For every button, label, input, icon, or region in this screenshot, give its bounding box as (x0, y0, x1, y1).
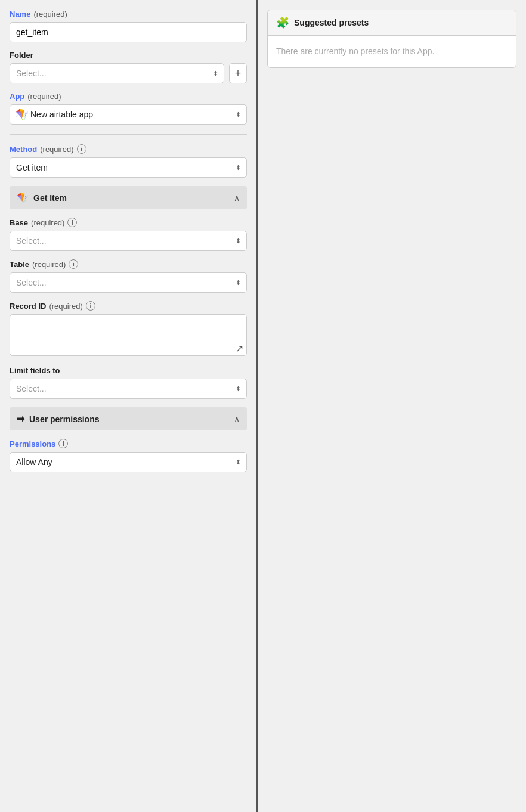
permissions-field-group: Permissions i Allow Any ⬍ (10, 439, 247, 472)
table-label-text: Table (10, 260, 29, 269)
name-required-text: (required) (33, 10, 67, 18)
table-select-wrapper: Select... ⬍ (10, 272, 247, 293)
permissions-info-icon: i (58, 439, 68, 448)
table-label: Table (required) i (10, 259, 247, 269)
folder-row: Select... ⬍ + (10, 63, 247, 83)
record-id-label: Record ID (required) i (10, 301, 247, 311)
presets-title: Suggested presets (294, 18, 369, 27)
name-input[interactable] (10, 22, 247, 42)
table-select[interactable]: Select... (10, 272, 247, 293)
app-label-text: App (10, 92, 24, 101)
user-permissions-section-left: ➡ User permissions (17, 413, 100, 424)
presets-empty-text: There are currently no presets for this … (276, 47, 434, 56)
divider-1 (10, 134, 247, 135)
table-field-group: Table (required) i Select... ⬍ (10, 259, 247, 293)
get-item-section-header[interactable]: 🪁 Get Item ∧ (10, 186, 247, 209)
base-info-icon: i (67, 218, 77, 227)
base-select[interactable]: Select... (10, 231, 247, 251)
record-id-required-text: (required) (49, 302, 82, 311)
user-permissions-chevron-icon: ∧ (234, 414, 240, 424)
user-permissions-section-header[interactable]: ➡ User permissions ∧ (10, 407, 247, 430)
expand-icon[interactable]: ↗ (236, 343, 243, 354)
record-id-info-icon: i (86, 301, 95, 311)
base-field-group: Base (required) i Select... ⬍ (10, 218, 247, 251)
presets-body: There are currently no presets for this … (268, 36, 516, 67)
app-select-wrapper: 🪁 New airtable app ⬍ (10, 104, 247, 125)
permissions-label: Permissions i (10, 439, 247, 448)
folder-label: Folder (10, 51, 247, 60)
app-label: App (required) (10, 92, 247, 101)
name-label-text: Name (10, 10, 30, 18)
base-required-text: (required) (31, 218, 64, 227)
puzzle-icon: 🧩 (276, 16, 289, 29)
record-id-textarea-wrapper: ↗ (10, 314, 247, 358)
record-id-label-text: Record ID (10, 302, 46, 311)
folder-select[interactable]: Select... (10, 63, 224, 83)
permissions-label-text: Permissions (10, 439, 55, 448)
method-required-text: (required) (40, 145, 73, 154)
get-item-section-left: 🪁 Get Item (17, 192, 67, 203)
record-id-textarea[interactable] (10, 314, 247, 356)
app-select[interactable]: New airtable app (10, 104, 247, 125)
presets-panel: 🧩 Suggested presets There are currently … (267, 10, 516, 68)
name-label: Name (required) (10, 10, 247, 18)
method-label: Method (required) i (10, 144, 247, 154)
get-item-section-title: Get Item (33, 193, 67, 203)
permissions-select[interactable]: Allow Any (10, 452, 247, 472)
app-field-group: App (required) 🪁 New airtable app ⬍ (10, 92, 247, 125)
right-panel: 🧩 Suggested presets There are currently … (258, 0, 526, 812)
presets-header: 🧩 Suggested presets (268, 10, 516, 36)
limit-fields-select-wrapper: Select... ⬍ (10, 379, 247, 399)
limit-fields-label-text: Limit fields to (10, 366, 60, 375)
method-label-text: Method (10, 145, 37, 154)
add-folder-button[interactable]: + (229, 63, 247, 83)
app-required-text: (required) (27, 92, 61, 101)
table-required-text: (required) (32, 260, 66, 269)
folder-field-group: Folder Select... ⬍ + (10, 51, 247, 83)
base-label-text: Base (10, 218, 28, 227)
base-select-wrapper: Select... ⬍ (10, 231, 247, 251)
folder-select-wrapper: Select... ⬍ (10, 63, 224, 83)
method-field-group: Method (required) i Get item ⬍ (10, 144, 247, 178)
method-info-icon: i (77, 144, 86, 154)
permissions-select-wrapper: Allow Any ⬍ (10, 452, 247, 472)
table-info-icon: i (69, 259, 78, 269)
get-item-chevron-icon: ∧ (234, 193, 240, 203)
user-permissions-section-title: User permissions (29, 414, 100, 424)
limit-fields-field-group: Limit fields to Select... ⬍ (10, 366, 247, 399)
permissions-section-icon: ➡ (17, 413, 24, 424)
get-item-section-icon: 🪁 (17, 192, 29, 203)
limit-fields-label: Limit fields to (10, 366, 247, 375)
limit-fields-select[interactable]: Select... (10, 379, 247, 399)
left-panel: Name (required) Folder Select... ⬍ + App… (0, 0, 258, 812)
name-field-group: Name (required) (10, 10, 247, 42)
record-id-field-group: Record ID (required) i ↗ (10, 301, 247, 358)
method-select[interactable]: Get item (10, 157, 247, 178)
base-label: Base (required) i (10, 218, 247, 227)
method-select-wrapper: Get item ⬍ (10, 157, 247, 178)
